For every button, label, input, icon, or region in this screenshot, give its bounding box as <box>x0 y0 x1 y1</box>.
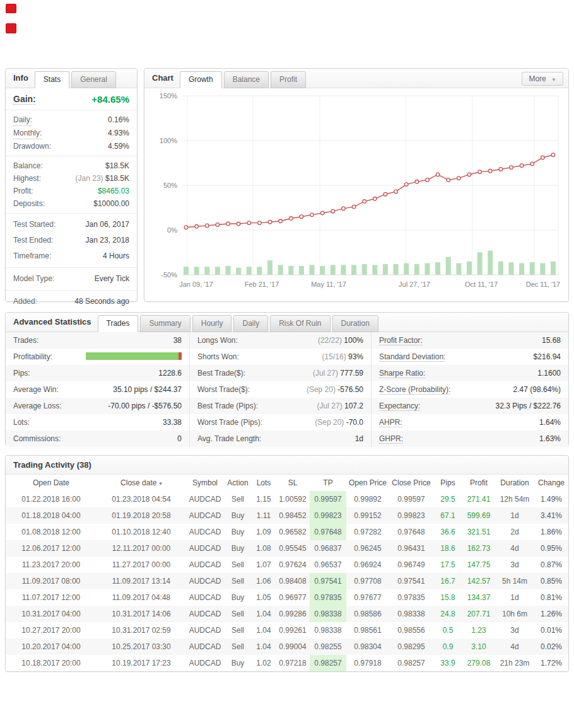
table-row[interactable]: 01.22.2018 16:0001.23.2018 04:54AUDCADSe… <box>6 491 568 507</box>
stat-row: Profit Factor:15.68 <box>372 332 568 349</box>
cell-open-price: 0.97282 <box>346 524 389 540</box>
column-header-tp[interactable]: TP <box>310 475 346 491</box>
cell-sl: 0.98452 <box>276 507 310 524</box>
column-header-close-price[interactable]: Close Price <box>389 475 433 491</box>
volume-bar <box>425 263 430 275</box>
column-header-close-date[interactable]: Close date▾ <box>97 475 186 491</box>
table-row[interactable]: 11.07.2017 12:0011.09.2017 04:48AUDCADBu… <box>6 589 568 606</box>
data-point-marker <box>363 200 366 204</box>
data-point-marker <box>499 168 503 171</box>
stat-label: Best Trade($): <box>197 369 245 378</box>
table-row[interactable]: 10.18.2017 20:0010.19.2017 17:23AUDCADBu… <box>6 655 568 671</box>
cell-tp: 0.98255 <box>310 638 346 655</box>
cell-open-price: 0.98561 <box>346 622 389 638</box>
cell-profit: 3.10 <box>462 638 495 655</box>
data-point-marker <box>279 219 283 223</box>
cell-action: Sell <box>224 491 252 507</box>
volume-bar <box>278 265 283 275</box>
column-header-lots[interactable]: Lots <box>252 475 276 491</box>
stat-label: Expectancy: <box>379 402 420 411</box>
tab-duration[interactable]: Duration <box>332 315 378 332</box>
tab-profit[interactable]: Profit <box>271 71 306 88</box>
column-header-symbol[interactable]: Symbol <box>186 475 224 491</box>
table-row[interactable]: 10.27.2017 20:0010.31.2017 02:59AUDCADSe… <box>6 622 568 638</box>
info-group: Model Type:Every Tick <box>6 268 137 291</box>
table-row[interactable]: 01.18.2018 04:0001.19.2018 20:58AUDCADBu… <box>6 507 568 524</box>
cell-symbol: AUDCAD <box>186 589 224 606</box>
cell-pips: 0.5 <box>433 622 462 638</box>
stat-row: Best Trade (Pips):(Jul 27) 107.2 <box>190 398 371 414</box>
cell-change: 1.26% <box>534 606 568 622</box>
cell-tp: 0.98338 <box>310 622 346 638</box>
value-prefix: (Sep 20) <box>315 418 346 427</box>
tab-stats[interactable]: Stats <box>35 71 69 88</box>
tab-growth[interactable]: Growth <box>180 71 222 88</box>
data-point-marker <box>258 221 262 225</box>
cell-change: 0.85% <box>534 573 568 589</box>
tab-risk-of-ruin[interactable]: Risk Of Ruin <box>270 315 330 332</box>
cell-sl: 0.97218 <box>276 655 310 671</box>
tab-daily[interactable]: Daily <box>233 315 268 332</box>
cell-symbol: AUDCAD <box>186 638 224 655</box>
data-point-marker <box>352 205 356 209</box>
cell-pips: 0.9 <box>433 638 462 655</box>
cell-close-date: 11.09.2017 13:14 <box>97 573 186 589</box>
cell-pips: 36.6 <box>433 524 462 540</box>
info-label: Model Type: <box>13 272 54 286</box>
cell-close-date: 12.11.2017 00:00 <box>97 540 186 557</box>
cell-close-price: 0.99597 <box>389 491 433 507</box>
cell-sl: 0.98408 <box>276 573 310 589</box>
cell-action: Sell <box>224 557 252 573</box>
column-header-action[interactable]: Action <box>224 475 252 491</box>
stat-value: 33.38 <box>163 418 182 427</box>
tab-trades[interactable]: Trades <box>98 315 139 332</box>
tab-balance[interactable]: Balance <box>224 71 269 88</box>
growth-line <box>186 155 553 228</box>
cell-tp: 0.98338 <box>310 606 346 622</box>
cell-sl: 0.95545 <box>276 540 310 557</box>
stats-column: Longs Won:(22/22) 100%Shorts Won:(15/16)… <box>190 332 372 447</box>
column-header-pips[interactable]: Pips <box>433 475 462 491</box>
cell-action: Buy <box>224 540 252 557</box>
tab-hourly[interactable]: Hourly <box>192 315 232 332</box>
volume-bar <box>267 260 272 275</box>
x-tick-label: Feb 21, '17 <box>245 280 279 288</box>
tab-summary[interactable]: Summary <box>140 315 190 332</box>
table-row[interactable]: 10.31.2017 04:0010.31.2017 14:06AUDCADSe… <box>6 606 568 622</box>
table-row[interactable]: 01.08.2018 12:0001.10.2018 12:40AUDCADBu… <box>6 524 568 540</box>
cell-duration: 4d <box>495 540 534 557</box>
tab-general[interactable]: General <box>71 71 116 88</box>
column-header-duration[interactable]: Duration <box>495 475 534 491</box>
cell-close-price: 0.96749 <box>389 557 433 573</box>
table-row[interactable]: 11.09.2017 08:0011.09.2017 13:14AUDCADSe… <box>6 573 568 589</box>
cell-action: Sell <box>224 622 252 638</box>
volume-bar <box>351 265 356 275</box>
data-point-marker <box>488 169 492 173</box>
column-header-open-price[interactable]: Open Price <box>346 475 389 491</box>
profitability-bar <box>86 352 182 360</box>
info-panel-title: Info <box>11 73 35 88</box>
stat-row: Longs Won:(22/22) 100% <box>190 332 371 349</box>
cell-open-date: 01.18.2018 04:00 <box>6 507 97 524</box>
cell-close-date: 10.31.2017 14:06 <box>97 606 186 622</box>
column-header-change[interactable]: Change <box>534 475 568 491</box>
data-point-marker <box>300 215 303 219</box>
cell-lots: 1.08 <box>252 540 276 557</box>
advanced-statistics-columns: Trades:38Profitability:Pips:1228.6Averag… <box>6 332 568 447</box>
y-tick-label: 150% <box>160 92 177 100</box>
column-header-open-date[interactable]: Open Date <box>6 475 97 491</box>
cell-duration: 21h 23m <box>495 655 534 671</box>
table-row[interactable]: 12.06.2017 12:0012.11.2017 00:00AUDCADBu… <box>6 540 568 557</box>
data-point-marker <box>510 166 513 170</box>
column-header-sl[interactable]: SL <box>276 475 310 491</box>
more-button[interactable]: More ▼ <box>522 72 563 86</box>
table-row[interactable]: 10.20.2017 04:0010.25.2017 03:30AUDCADSe… <box>6 638 568 655</box>
cell-symbol: AUDCAD <box>186 622 224 638</box>
column-header-profit[interactable]: Profit <box>462 475 495 491</box>
stat-value: (22/22) 100% <box>318 336 363 345</box>
cell-profit: 147.75 <box>462 557 495 573</box>
info-value: Jan 23, 2018 <box>86 233 129 248</box>
table-row[interactable]: 11.23.2017 20:0011.27.2017 00:00AUDCADSe… <box>6 557 568 573</box>
stat-value: -70.00 pips / -$576.50 <box>108 402 182 410</box>
data-point-marker <box>404 183 408 187</box>
